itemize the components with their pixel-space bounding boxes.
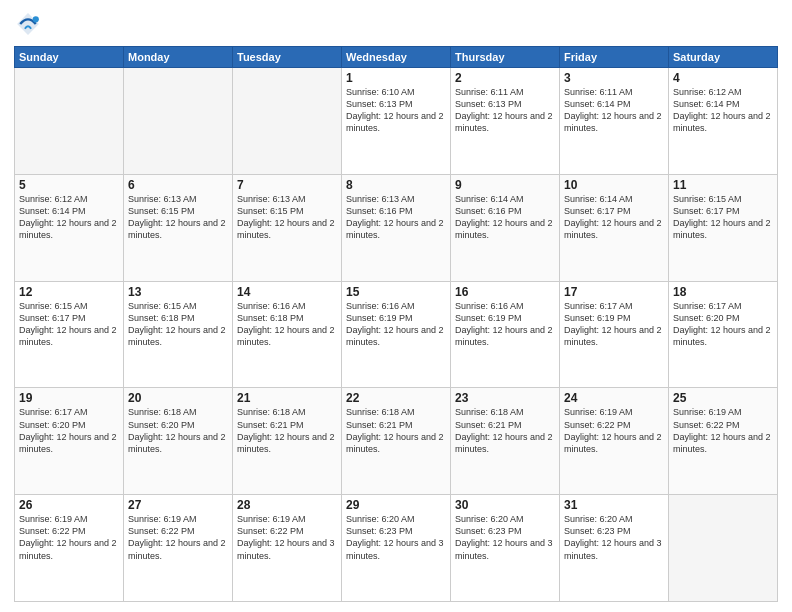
calendar-cell: 23Sunrise: 6:18 AMSunset: 6:21 PMDayligh… — [451, 388, 560, 495]
calendar-cell: 31Sunrise: 6:20 AMSunset: 6:23 PMDayligh… — [560, 495, 669, 602]
day-number: 7 — [237, 178, 337, 192]
calendar-cell: 22Sunrise: 6:18 AMSunset: 6:21 PMDayligh… — [342, 388, 451, 495]
calendar-cell — [124, 68, 233, 175]
day-number: 26 — [19, 498, 119, 512]
day-number: 9 — [455, 178, 555, 192]
calendar-cell: 14Sunrise: 6:16 AMSunset: 6:18 PMDayligh… — [233, 281, 342, 388]
day-number: 19 — [19, 391, 119, 405]
day-info: Sunrise: 6:11 AMSunset: 6:13 PMDaylight:… — [455, 86, 555, 135]
day-number: 1 — [346, 71, 446, 85]
calendar-cell: 13Sunrise: 6:15 AMSunset: 6:18 PMDayligh… — [124, 281, 233, 388]
weekday-header-friday: Friday — [560, 47, 669, 68]
day-number: 11 — [673, 178, 773, 192]
week-row-1: 5Sunrise: 6:12 AMSunset: 6:14 PMDaylight… — [15, 174, 778, 281]
day-number: 23 — [455, 391, 555, 405]
calendar-cell: 28Sunrise: 6:19 AMSunset: 6:22 PMDayligh… — [233, 495, 342, 602]
day-info: Sunrise: 6:15 AMSunset: 6:18 PMDaylight:… — [128, 300, 228, 349]
day-info: Sunrise: 6:15 AMSunset: 6:17 PMDaylight:… — [673, 193, 773, 242]
calendar-cell: 12Sunrise: 6:15 AMSunset: 6:17 PMDayligh… — [15, 281, 124, 388]
calendar-cell: 27Sunrise: 6:19 AMSunset: 6:22 PMDayligh… — [124, 495, 233, 602]
day-info: Sunrise: 6:16 AMSunset: 6:18 PMDaylight:… — [237, 300, 337, 349]
calendar-cell: 30Sunrise: 6:20 AMSunset: 6:23 PMDayligh… — [451, 495, 560, 602]
calendar-cell: 3Sunrise: 6:11 AMSunset: 6:14 PMDaylight… — [560, 68, 669, 175]
day-info: Sunrise: 6:20 AMSunset: 6:23 PMDaylight:… — [564, 513, 664, 562]
calendar-cell: 18Sunrise: 6:17 AMSunset: 6:20 PMDayligh… — [669, 281, 778, 388]
day-info: Sunrise: 6:17 AMSunset: 6:19 PMDaylight:… — [564, 300, 664, 349]
day-info: Sunrise: 6:13 AMSunset: 6:16 PMDaylight:… — [346, 193, 446, 242]
day-number: 25 — [673, 391, 773, 405]
header — [14, 10, 778, 38]
calendar-table: SundayMondayTuesdayWednesdayThursdayFrid… — [14, 46, 778, 602]
calendar-cell — [15, 68, 124, 175]
calendar-cell: 9Sunrise: 6:14 AMSunset: 6:16 PMDaylight… — [451, 174, 560, 281]
day-info: Sunrise: 6:11 AMSunset: 6:14 PMDaylight:… — [564, 86, 664, 135]
weekday-header-tuesday: Tuesday — [233, 47, 342, 68]
calendar-cell: 24Sunrise: 6:19 AMSunset: 6:22 PMDayligh… — [560, 388, 669, 495]
day-number: 18 — [673, 285, 773, 299]
calendar-cell: 4Sunrise: 6:12 AMSunset: 6:14 PMDaylight… — [669, 68, 778, 175]
day-number: 16 — [455, 285, 555, 299]
calendar-cell — [669, 495, 778, 602]
day-number: 2 — [455, 71, 555, 85]
weekday-header-thursday: Thursday — [451, 47, 560, 68]
day-info: Sunrise: 6:19 AMSunset: 6:22 PMDaylight:… — [19, 513, 119, 562]
day-number: 29 — [346, 498, 446, 512]
week-row-3: 19Sunrise: 6:17 AMSunset: 6:20 PMDayligh… — [15, 388, 778, 495]
logo-icon — [14, 10, 42, 38]
weekday-header-monday: Monday — [124, 47, 233, 68]
week-row-4: 26Sunrise: 6:19 AMSunset: 6:22 PMDayligh… — [15, 495, 778, 602]
weekday-header-sunday: Sunday — [15, 47, 124, 68]
day-number: 15 — [346, 285, 446, 299]
day-info: Sunrise: 6:19 AMSunset: 6:22 PMDaylight:… — [673, 406, 773, 455]
day-number: 6 — [128, 178, 228, 192]
calendar-cell: 26Sunrise: 6:19 AMSunset: 6:22 PMDayligh… — [15, 495, 124, 602]
day-number: 17 — [564, 285, 664, 299]
day-info: Sunrise: 6:14 AMSunset: 6:16 PMDaylight:… — [455, 193, 555, 242]
day-number: 31 — [564, 498, 664, 512]
logo — [14, 10, 44, 38]
day-number: 14 — [237, 285, 337, 299]
day-info: Sunrise: 6:18 AMSunset: 6:21 PMDaylight:… — [346, 406, 446, 455]
day-number: 24 — [564, 391, 664, 405]
day-info: Sunrise: 6:14 AMSunset: 6:17 PMDaylight:… — [564, 193, 664, 242]
calendar-cell: 11Sunrise: 6:15 AMSunset: 6:17 PMDayligh… — [669, 174, 778, 281]
weekday-header-saturday: Saturday — [669, 47, 778, 68]
day-info: Sunrise: 6:19 AMSunset: 6:22 PMDaylight:… — [237, 513, 337, 562]
calendar-cell: 19Sunrise: 6:17 AMSunset: 6:20 PMDayligh… — [15, 388, 124, 495]
calendar-cell: 2Sunrise: 6:11 AMSunset: 6:13 PMDaylight… — [451, 68, 560, 175]
day-info: Sunrise: 6:17 AMSunset: 6:20 PMDaylight:… — [673, 300, 773, 349]
day-info: Sunrise: 6:10 AMSunset: 6:13 PMDaylight:… — [346, 86, 446, 135]
day-info: Sunrise: 6:15 AMSunset: 6:17 PMDaylight:… — [19, 300, 119, 349]
day-info: Sunrise: 6:20 AMSunset: 6:23 PMDaylight:… — [455, 513, 555, 562]
calendar-cell: 10Sunrise: 6:14 AMSunset: 6:17 PMDayligh… — [560, 174, 669, 281]
week-row-2: 12Sunrise: 6:15 AMSunset: 6:17 PMDayligh… — [15, 281, 778, 388]
day-info: Sunrise: 6:16 AMSunset: 6:19 PMDaylight:… — [455, 300, 555, 349]
day-number: 8 — [346, 178, 446, 192]
calendar-cell: 8Sunrise: 6:13 AMSunset: 6:16 PMDaylight… — [342, 174, 451, 281]
day-number: 21 — [237, 391, 337, 405]
day-number: 20 — [128, 391, 228, 405]
day-info: Sunrise: 6:16 AMSunset: 6:19 PMDaylight:… — [346, 300, 446, 349]
calendar-cell: 29Sunrise: 6:20 AMSunset: 6:23 PMDayligh… — [342, 495, 451, 602]
day-info: Sunrise: 6:17 AMSunset: 6:20 PMDaylight:… — [19, 406, 119, 455]
day-number: 12 — [19, 285, 119, 299]
day-number: 10 — [564, 178, 664, 192]
day-info: Sunrise: 6:13 AMSunset: 6:15 PMDaylight:… — [128, 193, 228, 242]
day-number: 5 — [19, 178, 119, 192]
calendar-cell: 25Sunrise: 6:19 AMSunset: 6:22 PMDayligh… — [669, 388, 778, 495]
day-number: 13 — [128, 285, 228, 299]
calendar-cell: 7Sunrise: 6:13 AMSunset: 6:15 PMDaylight… — [233, 174, 342, 281]
svg-point-2 — [33, 16, 39, 22]
day-info: Sunrise: 6:18 AMSunset: 6:20 PMDaylight:… — [128, 406, 228, 455]
calendar-cell: 20Sunrise: 6:18 AMSunset: 6:20 PMDayligh… — [124, 388, 233, 495]
day-info: Sunrise: 6:18 AMSunset: 6:21 PMDaylight:… — [237, 406, 337, 455]
day-number: 4 — [673, 71, 773, 85]
day-info: Sunrise: 6:20 AMSunset: 6:23 PMDaylight:… — [346, 513, 446, 562]
day-number: 3 — [564, 71, 664, 85]
calendar-cell: 1Sunrise: 6:10 AMSunset: 6:13 PMDaylight… — [342, 68, 451, 175]
day-number: 22 — [346, 391, 446, 405]
calendar-cell: 16Sunrise: 6:16 AMSunset: 6:19 PMDayligh… — [451, 281, 560, 388]
day-info: Sunrise: 6:13 AMSunset: 6:15 PMDaylight:… — [237, 193, 337, 242]
calendar-cell: 5Sunrise: 6:12 AMSunset: 6:14 PMDaylight… — [15, 174, 124, 281]
calendar-cell: 17Sunrise: 6:17 AMSunset: 6:19 PMDayligh… — [560, 281, 669, 388]
